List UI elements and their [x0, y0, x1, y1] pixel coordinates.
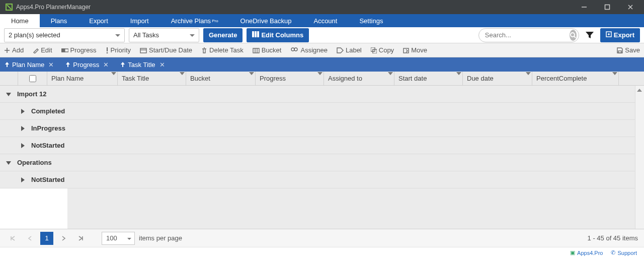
pager-current[interactable]: 1 — [40, 232, 53, 245]
svg-rect-12 — [61, 49, 65, 52]
group-chip[interactable]: Progress✕ — [66, 61, 109, 69]
chevron-down-icon — [115, 31, 120, 39]
group-label: InProgress — [31, 124, 65, 132]
pager-first[interactable] — [6, 232, 19, 245]
column-header-progress[interactable]: Progress — [256, 72, 324, 85]
page-size-select[interactable]: 100 — [102, 232, 135, 245]
minimize-button[interactable] — [573, 0, 596, 14]
group-chip-label: Plan Name — [12, 61, 44, 69]
svg-rect-25 — [618, 51, 621, 53]
generate-button[interactable]: Generate — [203, 28, 243, 42]
nav-tab-plans[interactable]: Plans — [40, 14, 78, 27]
task-filter-select[interactable]: All Tasks — [129, 28, 199, 42]
column-header-bucket[interactable]: Bucket — [186, 72, 256, 85]
column-filter-icon[interactable] — [249, 71, 254, 79]
nav-tab-settings[interactable]: Settings — [348, 14, 394, 27]
search-icon[interactable] — [570, 30, 577, 41]
group-row[interactable]: NotStarted — [0, 137, 635, 154]
footer-support-link[interactable]: ✆ Support — [611, 249, 637, 256]
label-action[interactable]: Label — [337, 46, 362, 54]
expand-icon[interactable] — [20, 143, 27, 148]
assignee-action[interactable]: Assignee — [290, 46, 327, 54]
save-action[interactable]: Save — [617, 46, 640, 54]
grid-body[interactable]: Import 12CompletedInProgressNotStartedOp… — [0, 86, 635, 229]
remove-group-icon[interactable]: ✕ — [48, 61, 54, 69]
priority-action[interactable]: Priority — [106, 46, 131, 54]
remove-group-icon[interactable]: ✕ — [159, 61, 165, 69]
progress-action[interactable]: Progress — [61, 46, 97, 54]
pager: 1 100 items per page 1 - 45 of 45 items — [0, 229, 644, 247]
pager-prev[interactable] — [23, 232, 36, 245]
collapse-icon[interactable] — [6, 92, 13, 97]
search-input[interactable] — [485, 31, 570, 39]
copy-action[interactable]: Copy — [371, 46, 394, 54]
column-filter-icon[interactable] — [317, 71, 323, 79]
column-filter-icon[interactable] — [111, 71, 116, 79]
column-label: Task Title — [122, 75, 149, 82]
group-row[interactable]: Completed — [0, 103, 635, 120]
pager-next[interactable] — [57, 232, 70, 245]
column-filter-icon[interactable] — [180, 71, 185, 79]
group-row[interactable]: NotStarted — [0, 171, 635, 188]
svg-rect-7 — [257, 31, 259, 37]
column-label: Bucket — [190, 75, 210, 82]
column-filter-icon[interactable] — [388, 71, 393, 79]
select-all-checkbox[interactable] — [29, 75, 36, 82]
svg-point-21 — [294, 48, 297, 51]
expand-icon[interactable] — [20, 126, 27, 131]
expand-icon[interactable] — [20, 177, 27, 182]
generate-label: Generate — [209, 31, 237, 39]
edit-columns-button[interactable]: Edit Columns — [247, 28, 309, 42]
close-button[interactable] — [619, 0, 642, 14]
nav-tab-onedrive-backup[interactable]: OneDrive Backup — [229, 14, 303, 27]
expand-icon[interactable] — [20, 109, 27, 114]
add-action[interactable]: Add — [4, 46, 24, 54]
group-label: Completed — [31, 107, 65, 115]
brand-icon: ▣ — [570, 249, 575, 256]
column-header-due[interactable]: Due date — [463, 72, 532, 85]
remove-group-icon[interactable]: ✕ — [103, 61, 109, 69]
group-row[interactable]: Operations — [0, 154, 635, 171]
collapse-icon[interactable] — [6, 160, 13, 165]
search-box[interactable] — [478, 28, 579, 42]
filter-icon[interactable] — [583, 29, 596, 42]
column-header-task-title[interactable]: Task Title — [118, 72, 186, 85]
group-row[interactable]: Import 12 — [0, 86, 635, 103]
export-button[interactable]: Export — [600, 28, 640, 42]
column-header-start[interactable]: Start date — [394, 72, 463, 85]
maximize-button[interactable] — [596, 0, 619, 14]
column-header-assigned[interactable]: Assigned to — [324, 72, 394, 85]
vertical-scrollbar[interactable] — [635, 86, 644, 229]
nav-tab-account[interactable]: Account — [302, 14, 348, 27]
export-label: Export — [614, 31, 634, 39]
grid-wrapper: Import 12CompletedInProgressNotStartedOp… — [0, 86, 644, 229]
nav-tab-export[interactable]: Export — [78, 14, 119, 27]
group-chip[interactable]: Plan Name✕ — [5, 61, 54, 69]
column-filter-icon[interactable] — [612, 71, 617, 79]
column-filter-icon[interactable] — [526, 71, 531, 79]
app-title: Apps4.Pro PlannerManager — [16, 4, 573, 11]
svg-rect-17 — [253, 48, 259, 53]
group-row[interactable]: InProgress — [0, 120, 635, 137]
task-filter-value: All Tasks — [133, 31, 159, 39]
column-label: Plan Name — [51, 75, 84, 82]
group-chip[interactable]: Task Title✕ — [121, 61, 165, 69]
svg-point-14 — [107, 52, 108, 53]
column-header-plan-name[interactable]: Plan Name — [47, 72, 118, 85]
page-size-value: 100 — [106, 234, 117, 242]
move-action[interactable]: Move — [403, 46, 427, 54]
column-filter-icon[interactable] — [456, 71, 461, 79]
nav-tab-archive-plans[interactable]: Archive PlansPro — [160, 14, 229, 27]
column-label: Start date — [398, 75, 427, 82]
nav-tab-home[interactable]: Home — [0, 14, 40, 27]
group-label: NotStarted — [31, 142, 64, 149]
bucket-action[interactable]: Bucket — [253, 46, 282, 54]
edit-action[interactable]: Edit — [33, 46, 52, 54]
delete-action[interactable]: Delete Task — [201, 46, 244, 54]
plan-select[interactable]: 2 plan(s) selected — [4, 28, 125, 42]
start-due-action[interactable]: Start/Due Date — [140, 46, 192, 54]
column-header-percent[interactable]: PercentComplete — [532, 72, 619, 85]
nav-tab-import[interactable]: Import — [119, 14, 160, 27]
footer-brand-link[interactable]: ▣ Apps4.Pro — [570, 249, 603, 256]
pager-last[interactable] — [74, 232, 88, 245]
